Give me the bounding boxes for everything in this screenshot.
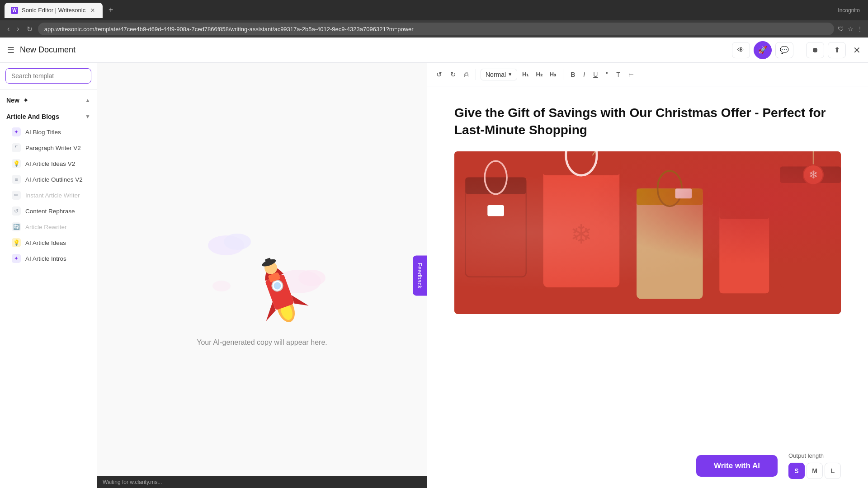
editor-panel: ↺ ↻ ⎙ Normal ▼ H₁ H₂: [427, 63, 868, 488]
preview-button[interactable]: 👁: [732, 42, 750, 58]
address-input[interactable]: [38, 23, 834, 35]
write-ai-section: Write with AI Output length S M L: [427, 443, 868, 488]
shopping-svg: ❄: [454, 151, 841, 314]
sidebar-item-ai-article-intros[interactable]: ✦ AI Article Intros: [2, 251, 95, 266]
app-toolbar: ☰ New Document 👁 🚀 💬 ⏺ ⬆ ✕: [0, 38, 868, 63]
svg-line-33: [592, 151, 603, 155]
section-header-articles[interactable]: Article And Blogs ▼: [0, 109, 97, 124]
share-icon: ⬆: [834, 46, 840, 54]
quote-button[interactable]: ": [603, 69, 611, 80]
active-tab[interactable]: W Sonic Editor | Writesonic ✕: [5, 3, 103, 18]
section-header-new[interactable]: New ✦ ▲: [0, 93, 97, 108]
svg-rect-16: [465, 177, 526, 194]
refresh-button[interactable]: ↻: [25, 23, 34, 35]
chat-button[interactable]: 💬: [775, 42, 793, 58]
main-area: New ✦ ▲ Article And Blogs ▼ ✦: [0, 63, 868, 488]
sidebar-item-ai-article-ideas[interactable]: 💡 AI Article Ideas: [2, 235, 95, 250]
font-icon: T: [616, 71, 620, 78]
content-rephrase-label: Content Rephrase: [25, 208, 75, 215]
toolbar-separator-2: [563, 69, 563, 80]
chevron-down-icon: ▼: [85, 113, 90, 120]
h3-label: H₃: [550, 71, 556, 78]
h3-button[interactable]: H₃: [547, 70, 558, 79]
forward-button[interactable]: ›: [15, 23, 21, 35]
print-button[interactable]: ⎙: [462, 69, 471, 80]
undo-button[interactable]: ↺: [434, 69, 445, 80]
sidebar-scroll: New ✦ ▲ Article And Blogs ▼ ✦: [0, 89, 97, 488]
illustration-container: [190, 205, 335, 331]
length-l-button[interactable]: L: [825, 463, 841, 479]
write-with-ai-button[interactable]: Write with AI: [696, 455, 778, 477]
h2-button[interactable]: H₂: [533, 70, 544, 79]
svg-rect-19: [542, 155, 620, 288]
print-icon: ⎙: [464, 70, 468, 78]
ai-article-outlines-icon: ≡: [12, 175, 21, 184]
search-input[interactable]: [5, 68, 91, 84]
h1-label: H₁: [522, 71, 528, 78]
instant-article-label: Instant Article Writer: [25, 192, 80, 199]
new-label: New: [6, 97, 19, 104]
bold-button[interactable]: B: [568, 69, 578, 80]
share-button[interactable]: ⬆: [828, 42, 846, 58]
back-button[interactable]: ‹: [5, 23, 11, 35]
ai-article-ideas-label: AI Article Ideas: [25, 239, 66, 246]
align-button[interactable]: ⊢: [626, 69, 637, 80]
ai-article-ideas-icon: 💡: [12, 238, 21, 247]
ai-article-intros-icon: ✦: [12, 254, 21, 263]
redo-button[interactable]: ↻: [448, 69, 459, 80]
status-bar: Waiting for w.clarity.ms...: [97, 476, 427, 488]
section-new-label: New ✦: [6, 97, 28, 104]
editor-toolbar: ↺ ↻ ⎙ Normal ▼ H₁ H₂: [427, 63, 868, 86]
editor-content[interactable]: Give the Gift of Savings with Our Christ…: [427, 86, 868, 443]
align-icon: ⊢: [628, 71, 634, 78]
sidebar-item-ai-article-ideas-v2[interactable]: 💡 AI Article Ideas V2: [2, 156, 95, 171]
tab-favicon: W: [11, 7, 18, 14]
record-button[interactable]: ⏺: [806, 42, 824, 58]
feedback-tab[interactable]: Feedback: [413, 255, 427, 296]
underline-icon: U: [593, 71, 598, 78]
svg-text:❄: ❄: [809, 169, 818, 181]
svg-point-17: [485, 161, 507, 194]
tab-title: Sonic Editor | Writesonic: [22, 7, 85, 14]
center-panel: Your AI-generated copy will appear here.…: [97, 63, 427, 488]
sidebar-item-content-rephrase[interactable]: ↺ Content Rephrase: [2, 203, 95, 219]
length-s-button[interactable]: S: [788, 463, 805, 479]
length-m-button[interactable]: M: [807, 463, 823, 479]
menu-button[interactable]: ☰: [7, 45, 14, 55]
ai-blog-titles-icon: ✦: [12, 127, 21, 136]
svg-rect-35: [675, 188, 692, 198]
new-tab-button[interactable]: +: [104, 4, 117, 17]
sidebar-item-ai-article-outlines[interactable]: ≡ AI Article Outlines V2: [2, 172, 95, 187]
font-button[interactable]: T: [613, 69, 623, 80]
sidebar-item-paragraph-writer[interactable]: ¶ Paragraph Writer V2: [2, 140, 95, 155]
underline-button[interactable]: U: [590, 69, 600, 80]
tab-close-btn[interactable]: ✕: [89, 7, 96, 14]
svg-rect-18: [487, 205, 504, 216]
ai-write-button[interactable]: 🚀: [754, 41, 772, 59]
status-text: Waiting for w.clarity.ms...: [103, 479, 162, 485]
shield-icon: 🛡: [838, 25, 844, 33]
address-bar-icons: 🛡 ☆ ⋮: [838, 25, 863, 33]
chevron-down-icon: ▼: [508, 72, 512, 77]
sidebar-section-new: New ✦ ▲: [0, 93, 97, 108]
sidebar-item-ai-blog-titles[interactable]: ✦ AI Blog Titles: [2, 124, 95, 140]
placeholder-text: Your AI-generated copy will appear here.: [197, 338, 327, 347]
quote-icon: ": [606, 71, 608, 78]
length-options: S M L: [788, 463, 841, 479]
close-button[interactable]: ✕: [853, 45, 861, 56]
paragraph-writer-icon: ¶: [12, 143, 21, 152]
svg-text:❄: ❄: [570, 220, 592, 249]
ai-article-intros-label: AI Article Intros: [25, 255, 66, 262]
svg-point-4: [212, 281, 231, 291]
incognito-label: Incognito: [838, 7, 860, 14]
style-label: Normal: [486, 71, 506, 78]
bold-icon: B: [571, 71, 575, 78]
italic-button[interactable]: I: [580, 69, 588, 80]
h1-button[interactable]: H₁: [520, 70, 531, 79]
paragraph-writer-label: Paragraph Writer V2: [25, 145, 81, 151]
style-dropdown[interactable]: Normal ▼: [481, 69, 517, 80]
app-container: ☰ New Document 👁 🚀 💬 ⏺ ⬆ ✕: [0, 38, 868, 488]
italic-icon: I: [583, 71, 585, 78]
star-icon[interactable]: ☆: [848, 25, 854, 33]
chat-icon: 💬: [780, 46, 789, 54]
